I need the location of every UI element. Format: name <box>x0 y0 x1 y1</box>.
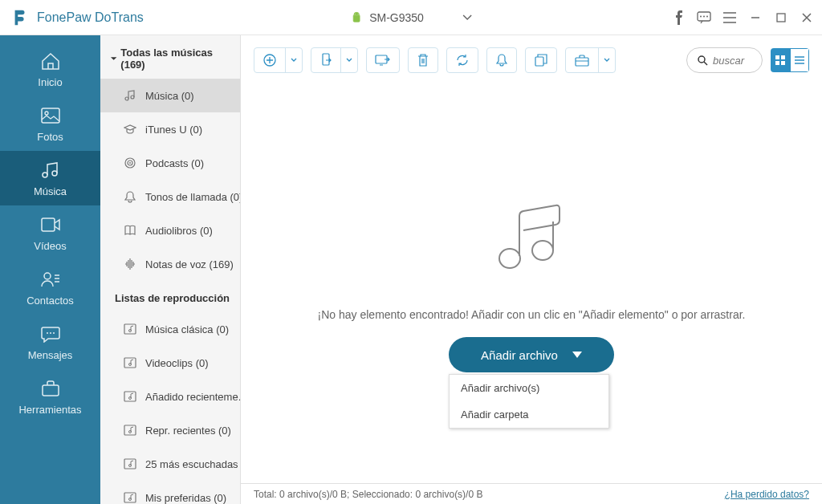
dedupe-button[interactable] <box>525 47 557 73</box>
sidebar-item-label: Fotos <box>37 131 63 143</box>
minimize-icon[interactable] <box>748 10 763 25</box>
plus-icon <box>254 48 285 72</box>
facebook-icon[interactable] <box>671 10 686 25</box>
add-file-button[interactable]: Añadir archivo <box>449 337 614 372</box>
chevron-down-icon <box>462 14 472 21</box>
toolbox-button[interactable] <box>565 47 616 73</box>
grid-view-button[interactable] <box>771 48 790 72</box>
category-item-musica[interactable]: Música (0) <box>100 79 240 112</box>
export-pc-button[interactable] <box>366 47 400 73</box>
svg-rect-6 <box>777 14 785 22</box>
search-box[interactable] <box>686 47 763 73</box>
maximize-icon[interactable] <box>774 10 788 25</box>
list-view-button[interactable] <box>790 48 809 72</box>
device-name: SM-G9350 <box>369 11 424 24</box>
export-device-button[interactable] <box>311 47 358 73</box>
sidebar-item-fotos[interactable]: Fotos <box>0 96 100 151</box>
svg-point-9 <box>43 173 47 177</box>
menu-icon[interactable] <box>722 10 737 25</box>
music-note-icon <box>123 88 137 103</box>
sidebar-item-contactos[interactable]: Contactos <box>0 260 100 315</box>
category-item-classical[interactable]: Música clásica (0) <box>100 312 240 346</box>
category-item-top25[interactable]: 25 más escuchadas (... <box>100 447 240 481</box>
device-selector[interactable]: SM-G9350 <box>340 8 482 27</box>
svg-rect-43 <box>781 61 785 65</box>
sidebar-item-label: Mensajes <box>28 349 73 361</box>
svg-rect-42 <box>775 61 779 65</box>
book-icon <box>123 223 137 238</box>
category-item-favorites[interactable]: Mis preferidas (0) <box>100 481 240 504</box>
trash-icon <box>417 53 429 67</box>
svg-point-5 <box>706 15 708 17</box>
collapse-icon <box>110 55 117 63</box>
categories-panel: Todas las músicas (169) Música (0) iTune… <box>100 35 241 504</box>
category-item-videoclips[interactable]: Videoclips (0) <box>100 346 240 380</box>
status-text: Total: 0 archivo(s)/0 B; Seleccionado: 0… <box>254 489 482 500</box>
photos-icon <box>39 105 62 126</box>
add-folder-item[interactable]: Añadir carpeta <box>450 401 608 428</box>
category-item-podcasts[interactable]: Podcasts (0) <box>100 146 240 180</box>
home-icon <box>39 51 62 71</box>
graduation-icon <box>123 122 137 136</box>
phone-export-icon <box>311 48 340 72</box>
refresh-button[interactable] <box>446 47 478 73</box>
sidebar-item-videos[interactable]: Vídeos <box>0 205 100 260</box>
playlist-icon <box>123 490 137 504</box>
view-toggle <box>771 48 809 72</box>
svg-point-33 <box>129 498 132 501</box>
category-item-ringtones[interactable]: Tonos de llamada (0) <box>100 180 240 213</box>
empty-state: ¡No hay elemento encontrado! Añadir con … <box>241 85 822 483</box>
podcast-icon <box>123 156 137 170</box>
sidebar-item-musica[interactable]: Música <box>0 151 100 205</box>
triangle-down-icon <box>572 352 582 358</box>
app-title: FonePaw DoTrans <box>37 10 144 25</box>
sidebar-item-inicio[interactable]: Inicio <box>0 42 100 96</box>
category-item-voicememos[interactable]: Notas de voz (169) <box>100 247 240 281</box>
category-item-recently-played[interactable]: Repr. recientes (0) <box>100 413 240 447</box>
svg-point-23 <box>129 330 132 332</box>
svg-point-31 <box>129 465 132 467</box>
app-logo <box>11 9 29 26</box>
search-input[interactable] <box>713 55 753 67</box>
sidebar-item-label: Inicio <box>38 76 62 88</box>
music-icon <box>39 160 62 181</box>
close-icon[interactable] <box>800 10 814 25</box>
svg-point-4 <box>703 15 705 17</box>
svg-point-12 <box>44 273 51 279</box>
sidebar-item-herramientas[interactable]: Herramientas <box>0 369 100 424</box>
add-button[interactable] <box>254 47 303 73</box>
feedback-icon[interactable] <box>697 10 711 25</box>
contacts-icon <box>39 269 62 290</box>
svg-point-18 <box>131 96 134 99</box>
title-bar: FonePaw DoTrans SM-G9350 <box>0 0 822 35</box>
playlist-icon <box>123 322 137 336</box>
svg-point-39 <box>698 56 705 63</box>
add-dropdown-menu: Añadir archivo(s) Añadir carpeta <box>449 374 609 429</box>
sidebar-item-label: Herramientas <box>18 404 81 416</box>
svg-point-13 <box>47 332 48 334</box>
category-item-audiobooks[interactable]: Audiolibros (0) <box>100 213 240 247</box>
content-area: ¡No hay elemento encontrado! Añadir con … <box>241 35 822 504</box>
svg-point-44 <box>499 249 520 268</box>
delete-button[interactable] <box>408 47 438 73</box>
videos-icon <box>39 214 62 235</box>
svg-point-21 <box>129 162 131 164</box>
category-header-all-music[interactable]: Todas las músicas (169) <box>100 35 240 79</box>
svg-point-1 <box>358 13 359 14</box>
add-files-item[interactable]: Añadir archivo(s) <box>450 375 608 401</box>
ringtone-button[interactable] <box>486 47 517 73</box>
chevron-down-icon <box>598 48 615 72</box>
lost-data-link[interactable]: ¿Ha perdido datos? <box>725 489 809 500</box>
svg-point-15 <box>53 332 55 334</box>
category-header-playlists[interactable]: Listas de reproducción <box>100 281 240 312</box>
svg-point-29 <box>129 431 132 433</box>
music-illustration <box>483 196 580 292</box>
category-item-itunesu[interactable]: iTunes U (0) <box>100 112 240 146</box>
category-item-recently-added[interactable]: Añadido recienteme... <box>100 380 240 413</box>
sidebar-item-mensajes[interactable]: Mensajes <box>0 315 100 369</box>
chevron-down-icon <box>340 48 357 72</box>
search-icon <box>697 55 708 66</box>
refresh-icon <box>455 54 470 67</box>
svg-point-10 <box>52 171 57 176</box>
briefcase-icon <box>566 48 598 72</box>
